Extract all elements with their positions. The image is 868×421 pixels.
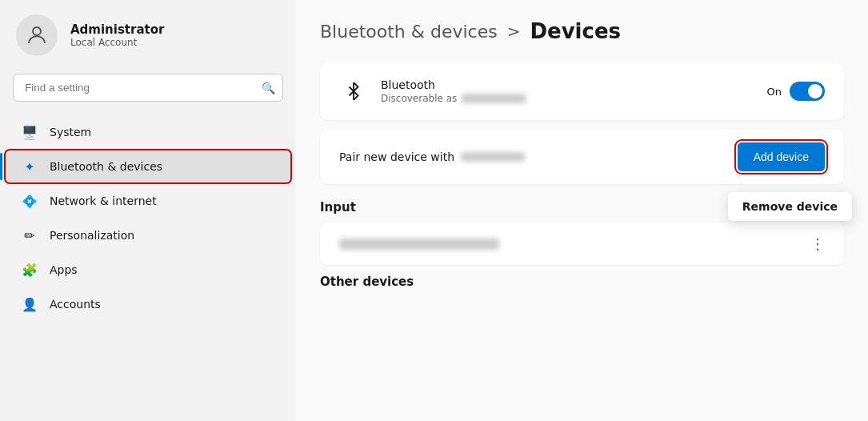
pair-prefix: Pair new device with [339,150,454,163]
sidebar-item-label: Bluetooth & devices [50,160,162,173]
bluetooth-toggle[interactable] [790,82,825,101]
main-content: Bluetooth & devices > Devices Bluetooth … [296,0,868,421]
remove-device-popup-area: Remove device [728,192,852,221]
bt-symbol-icon [339,77,368,106]
search-input[interactable] [13,74,283,102]
system-icon: 🖥️ [21,123,38,141]
pair-device-name-blurred [461,152,525,162]
input-label-text: Input [320,200,356,215]
breadcrumb-separator: > [507,22,521,41]
sidebar-item-label: System [50,126,91,138]
sidebar-item-system[interactable]: 🖥️ System [5,115,291,149]
bluetooth-row: Bluetooth Discoverable as On [339,77,825,106]
other-devices-label: Other devices [320,275,844,289]
sidebar-item-label: Personalization [50,229,134,242]
sidebar-item-label: Network & internet [50,194,157,207]
breadcrumb-current: Devices [530,19,621,43]
user-role: Local Account [70,37,164,48]
sidebar-item-label: Apps [50,263,78,276]
bluetooth-card: Bluetooth Discoverable as On [320,62,844,120]
other-devices-label-text: Other devices [320,275,414,289]
nav-list: 🖥️ System ✦ Bluetooth & devices 💠 Networ… [0,114,296,421]
remove-device-popup[interactable]: Remove device [728,192,852,221]
more-options-icon[interactable]: ⋮ [810,235,825,252]
user-section: Administrator Local Account [0,0,296,69]
svg-point-0 [33,27,41,35]
discoverable-label: Discoverable as [381,93,457,104]
user-name: Administrator [70,22,164,37]
sidebar-item-network[interactable]: 💠 Network & internet [5,184,291,218]
page-header: Bluetooth & devices > Devices [320,19,844,43]
device-name-blurred [462,94,526,103]
sidebar-item-accounts[interactable]: 👤 Accounts [5,287,291,321]
user-info: Administrator Local Account [70,22,164,48]
bluetooth-icon: ✦ [21,158,38,175]
sidebar-item-label: Accounts [50,298,101,311]
bt-text: Bluetooth Discoverable as [381,78,754,104]
input-section-label: Input Remove device [320,200,844,215]
search-box: 🔍 [13,74,283,102]
bt-toggle-area: On [767,82,825,101]
personalization-icon: ✏️ [21,227,38,244]
breadcrumb-parent: Bluetooth & devices [320,22,498,42]
input-device-card: ⋮ [320,223,844,265]
accounts-icon: 👤 [21,295,38,313]
search-icon: 🔍 [262,82,275,94]
apps-icon: 🧩 [21,261,38,279]
sidebar-item-apps[interactable]: 🧩 Apps [5,253,291,287]
sidebar: Administrator Local Account 🔍 🖥️ System … [0,0,296,421]
pair-text: Pair new device with [339,150,730,163]
input-section: Input Remove device ⋮ [320,200,844,265]
bt-title: Bluetooth [381,78,754,91]
avatar [16,14,58,56]
network-icon: 💠 [21,192,38,210]
bt-subtitle: Discoverable as [381,93,754,104]
sidebar-item-bluetooth[interactable]: ✦ Bluetooth & devices [5,150,291,183]
toggle-on-label: On [767,86,782,98]
sidebar-item-personalization[interactable]: ✏️ Personalization [5,219,291,252]
pair-device-card: Pair new device with Add device [320,130,844,184]
input-device-name-blurred [339,239,499,250]
add-device-button[interactable]: Add device [738,142,825,171]
